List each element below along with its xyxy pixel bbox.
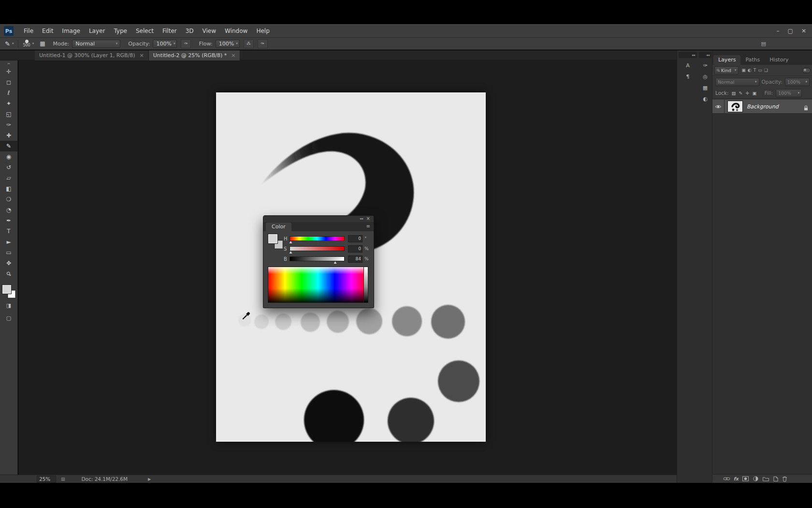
tablet-pressure-size-button[interactable]: ✑ <box>258 39 268 48</box>
blend-mode-dropdown[interactable]: Normal ▾ <box>715 78 759 86</box>
quick-mask-button[interactable]: ◨ <box>0 300 17 311</box>
crop-tool[interactable]: ◱ <box>0 109 17 120</box>
menu-select[interactable]: Select <box>131 25 158 37</box>
brush-preset-picker[interactable]: 500 ▾ <box>23 40 34 47</box>
status-expander-icon[interactable]: ▶ <box>148 477 151 481</box>
character-panel-icon[interactable]: A <box>679 60 697 71</box>
filter-toggle-switch[interactable] <box>802 68 811 73</box>
flow-dropdown[interactable]: 100%▾ <box>216 40 240 48</box>
menu-help[interactable]: Help <box>252 25 274 37</box>
filter-type-layers-icon[interactable]: T <box>754 68 756 73</box>
layer-style-icon[interactable]: fx <box>734 476 739 481</box>
foreground-color-swatch[interactable] <box>2 285 11 294</box>
opacity-dropdown[interactable]: 100%▾ <box>153 40 177 48</box>
toolbar-collapse-icon[interactable]: ▸▸ <box>0 60 17 66</box>
pen-tool[interactable]: ✒ <box>0 215 17 226</box>
document-tab[interactable]: Untitled-2 @ 25% (RGB/8) *× <box>149 50 241 60</box>
tab-paths[interactable]: Paths <box>740 55 765 65</box>
slider-track-b[interactable] <box>290 256 345 261</box>
workspace-switcher-icon[interactable]: ▤ <box>761 41 766 47</box>
slider-value-h[interactable]: 0 <box>348 235 362 242</box>
filter-pixel-layers-icon[interactable]: ▣ <box>741 68 746 73</box>
toggle-brush-panel-button[interactable]: ▦ <box>40 40 45 47</box>
tab-color[interactable]: Color <box>266 223 291 231</box>
layer-thumbnail[interactable] <box>728 101 742 112</box>
brush-tool[interactable]: ✎ <box>0 141 17 151</box>
menu-window[interactable]: Window <box>220 25 252 37</box>
tablet-pressure-opacity-button[interactable]: ✑ <box>181 39 191 48</box>
new-layer-icon[interactable] <box>773 476 779 482</box>
menu-image[interactable]: Image <box>58 25 85 37</box>
slider-marker[interactable] <box>290 241 292 243</box>
document-tab[interactable]: Untitled-1 @ 300% (Layer 1, RGB/8)× <box>35 50 149 60</box>
lock-position-icon[interactable]: ✛ <box>745 90 749 96</box>
filter-adjustment-layers-icon[interactable]: ◐ <box>748 68 752 73</box>
rectangular-marquee-tool[interactable]: ◻ <box>0 77 17 88</box>
slider-track-h[interactable] <box>290 236 345 241</box>
dodge-tool[interactable]: ◔ <box>0 205 17 215</box>
paragraph-panel-icon[interactable]: ¶ <box>679 71 697 82</box>
close-button[interactable]: ✕ <box>801 28 806 34</box>
layer-name[interactable]: Background <box>747 104 779 110</box>
tab-layers[interactable]: Layers <box>713 55 740 65</box>
color-spectrum-ramp[interactable] <box>268 267 368 303</box>
screen-mode-button[interactable]: ▢ <box>0 313 17 323</box>
link-layers-icon[interactable] <box>723 476 730 481</box>
dock-expand-button[interactable]: ◂◂ <box>679 52 697 58</box>
menu-type[interactable]: Type <box>109 25 131 37</box>
minimize-button[interactable]: – <box>777 28 780 34</box>
dock-expand-button[interactable]: ◂◂ <box>699 52 711 58</box>
panel-close-icon[interactable]: × <box>366 216 370 221</box>
eyedropper-tool[interactable]: ✑ <box>0 120 17 130</box>
filter-kind-dropdown[interactable]: ♀ Kind ▾ <box>714 66 739 75</box>
layer-mask-icon[interactable] <box>742 476 749 481</box>
filter-shape-layers-icon[interactable]: ▭ <box>758 68 762 73</box>
eraser-tool[interactable]: ▱ <box>0 173 17 183</box>
menu-filter[interactable]: Filter <box>158 25 181 37</box>
path-selection-tool[interactable]: ► <box>0 237 17 247</box>
layer-group-icon[interactable] <box>762 476 769 481</box>
menu-edit[interactable]: Edit <box>38 25 58 37</box>
tab-history[interactable]: History <box>765 55 793 65</box>
slider-value-s[interactable]: 0 <box>348 245 362 253</box>
panel-collapse-icon[interactable]: ◂◂ <box>360 217 363 221</box>
slider-track-s[interactable] <box>290 246 345 251</box>
slider-marker[interactable] <box>290 251 292 254</box>
zoom-level-field[interactable]: 25% <box>37 476 56 483</box>
layer-opacity-dropdown[interactable]: 100% ▾ <box>785 78 810 86</box>
delete-layer-icon[interactable] <box>782 476 787 482</box>
masks-panel-icon[interactable]: ◐ <box>699 93 711 105</box>
foreground-color-swatch[interactable] <box>268 234 277 243</box>
color-panel-dragbar[interactable]: ◂◂ × <box>263 216 374 223</box>
gradient-tool[interactable]: ◧ <box>0 183 17 194</box>
tool-preset-picker[interactable]: ✎▾ <box>5 40 14 47</box>
menu-3d[interactable]: 3D <box>181 25 198 37</box>
panel-menu-icon[interactable]: ≡ <box>366 224 370 229</box>
menu-view[interactable]: View <box>198 25 220 37</box>
airbrush-button[interactable]: ⁂ <box>244 39 254 48</box>
hand-tool[interactable]: ✥ <box>0 258 17 269</box>
zoom-tool[interactable]: ♀ <box>0 269 17 279</box>
move-tool[interactable]: ✛ <box>0 66 17 77</box>
clone-source-panel-icon[interactable]: ◎ <box>699 71 711 82</box>
lock-transparent-pixels-icon[interactable]: ▨ <box>731 90 736 96</box>
slider-value-b[interactable]: 84 <box>348 255 362 263</box>
lock-all-icon[interactable]: ▣ <box>752 90 756 96</box>
restore-button[interactable]: ▢ <box>788 28 793 34</box>
filter-smart-objects-icon[interactable]: ❏ <box>764 68 768 73</box>
lock-image-pixels-icon[interactable]: ✎ <box>739 90 742 96</box>
tab-close-button[interactable]: × <box>231 52 235 59</box>
lasso-tool[interactable]: ℓ <box>0 88 17 98</box>
blur-tool[interactable]: ❍ <box>0 194 17 205</box>
fill-dropdown[interactable]: 100% ▾ <box>776 89 802 97</box>
shape-tool[interactable]: ▭ <box>0 247 17 258</box>
grayscale-ramp[interactable] <box>363 267 368 302</box>
mode-dropdown[interactable]: Normal▾ <box>72 40 120 48</box>
quick-selection-tool[interactable]: ✦ <box>0 98 17 109</box>
history-brush-tool[interactable]: ↺ <box>0 162 17 173</box>
healing-brush-tool[interactable]: ✚ <box>0 130 17 141</box>
menu-layer[interactable]: Layer <box>85 25 109 37</box>
layer-row-background[interactable]: Background <box>712 100 812 114</box>
menu-file[interactable]: File <box>19 25 38 37</box>
adjustments-panel-icon[interactable]: ▦ <box>699 82 711 93</box>
